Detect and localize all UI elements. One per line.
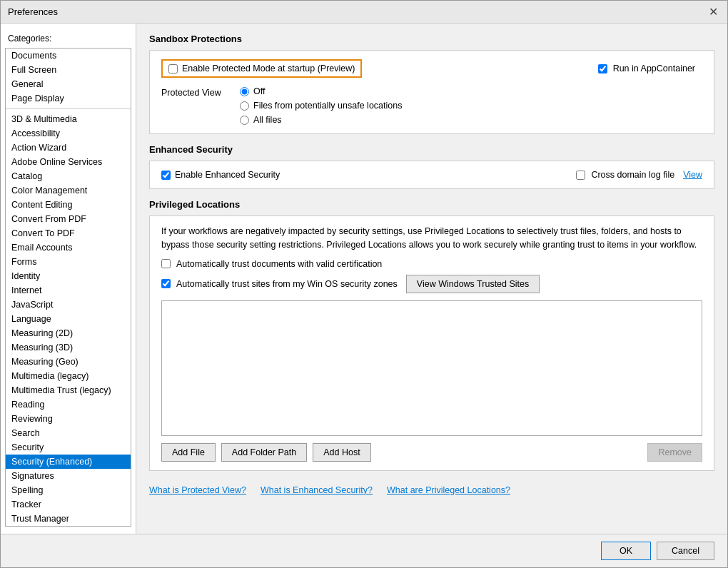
privileged-locations-textarea[interactable] xyxy=(161,300,702,436)
protected-view-row: Protected View Off Files from potentiall… xyxy=(161,86,702,125)
auto-trust-cert-label: Automatically trust documents with valid… xyxy=(176,259,382,269)
enable-protected-mode-label: Enable Protected Mode at startup (Previe… xyxy=(182,64,355,73)
title-bar: Preferences ✕ xyxy=(1,1,727,24)
sidebar-item-action-wizard[interactable]: Action Wizard xyxy=(6,141,131,155)
sidebar-item-signatures[interactable]: Signatures xyxy=(6,469,131,483)
dialog-title: Preferences xyxy=(8,6,58,17)
main-content: Sandbox Protections Enable Protected Mod… xyxy=(136,24,727,534)
preferences-dialog: Preferences ✕ Categories: Documents Full… xyxy=(0,0,728,568)
privileged-locations-section: Privileged Locations If your workflows a… xyxy=(149,199,714,471)
sidebar-item-measuring-2d[interactable]: Measuring (2D) xyxy=(6,326,131,340)
sidebar-item-3d[interactable]: 3D & Multimedia xyxy=(6,112,131,126)
sidebar-item-convert-from-pdf[interactable]: Convert From PDF xyxy=(6,212,131,226)
sidebar-item-adobe-online[interactable]: Adobe Online Services xyxy=(6,155,131,169)
radio-off-input[interactable] xyxy=(240,87,249,96)
enable-protected-mode-highlight: Enable Protected Mode at startup (Previe… xyxy=(161,59,362,78)
cross-domain-label: Cross domain log file xyxy=(591,170,674,180)
protected-view-label: Protected View xyxy=(161,86,240,98)
add-file-btn[interactable]: Add File xyxy=(161,443,216,462)
sidebar: Categories: Documents Full Screen Genera… xyxy=(1,24,136,534)
sidebar-list[interactable]: Documents Full Screen General Page Displ… xyxy=(5,48,131,527)
enhanced-security-box: Enable Enhanced Security Cross domain lo… xyxy=(149,161,714,189)
sidebar-item-security-enhanced[interactable]: Security (Enhanced) xyxy=(6,455,131,469)
sidebar-item-search[interactable]: Search xyxy=(6,426,131,440)
sidebar-item-identity[interactable]: Identity xyxy=(6,269,131,283)
view-trusted-sites-btn[interactable]: View Windows Trusted Sites xyxy=(406,275,540,293)
sidebar-item-multimedia-legacy[interactable]: Multimedia (legacy) xyxy=(6,369,131,383)
sidebar-item-fullscreen[interactable]: Full Screen xyxy=(6,63,131,77)
sidebar-item-catalog[interactable]: Catalog xyxy=(6,169,131,183)
auto-trust-sites-label: Automatically trust sites from my Win OS… xyxy=(176,279,398,289)
sidebar-item-trust-manager[interactable]: Trust Manager xyxy=(6,512,131,526)
sidebar-item-content-editing[interactable]: Content Editing xyxy=(6,198,131,212)
enhanced-security-title: Enhanced Security xyxy=(149,144,714,155)
auto-trust-sites-checkbox[interactable] xyxy=(161,279,171,288)
sidebar-item-email-accounts[interactable]: Email Accounts xyxy=(6,240,131,255)
sidebar-item-multimedia-trust[interactable]: Multimedia Trust (legacy) xyxy=(6,383,131,397)
auto-trust-cert-checkbox[interactable] xyxy=(161,259,171,268)
protected-view-options: Off Files from potentially unsafe locati… xyxy=(240,86,402,125)
sidebar-item-security[interactable]: Security xyxy=(6,440,131,455)
view-link[interactable]: View xyxy=(683,170,702,180)
run-in-appcontainer-label: Run in AppContainer xyxy=(613,64,695,73)
run-in-appcontainer-checkbox[interactable] xyxy=(598,64,607,73)
enhanced-security-row: Enable Enhanced Security Cross domain lo… xyxy=(161,170,702,180)
enhanced-security-link[interactable]: What is Enhanced Security? xyxy=(261,485,373,495)
radio-all-label: All files xyxy=(253,115,282,125)
enhanced-security-section: Enhanced Security Enable Enhanced Securi… xyxy=(149,144,714,189)
bottom-links: What is Protected View? What is Enhanced… xyxy=(149,481,714,497)
ok-button[interactable]: OK xyxy=(601,542,651,560)
remove-btn[interactable]: Remove xyxy=(647,443,702,462)
enable-enhanced-security-label: Enable Enhanced Security xyxy=(175,170,280,180)
sidebar-item-javascript[interactable]: JavaScript xyxy=(6,298,131,312)
sidebar-divider xyxy=(6,108,131,109)
privileged-locations-box: If your workflows are negatively impacte… xyxy=(149,215,714,471)
privileged-locations-link[interactable]: What are Privileged Locations? xyxy=(387,485,510,495)
sidebar-item-pagedisplay[interactable]: Page Display xyxy=(6,91,131,106)
radio-off-label: Off xyxy=(253,86,265,96)
enhanced-security-right: Cross domain log file View xyxy=(576,170,702,180)
auto-trust-sites-check-row: Automatically trust sites from my Win OS… xyxy=(161,279,398,289)
radio-unsafe: Files from potentially unsafe locations xyxy=(240,101,402,111)
sidebar-item-measuring-geo[interactable]: Measuring (Geo) xyxy=(6,355,131,369)
sidebar-item-accessibility[interactable]: Accessibility xyxy=(6,126,131,141)
run-in-appcontainer-row: Run in AppContainer xyxy=(598,64,695,73)
add-folder-btn[interactable]: Add Folder Path xyxy=(221,443,307,462)
categories-label: Categories: xyxy=(1,31,136,48)
radio-unsafe-input[interactable] xyxy=(240,101,249,111)
sidebar-item-language[interactable]: Language xyxy=(6,312,131,326)
sandbox-section: Sandbox Protections Enable Protected Mod… xyxy=(149,34,714,134)
sidebar-item-measuring-3d[interactable]: Measuring (3D) xyxy=(6,340,131,355)
enable-protected-mode-checkbox[interactable] xyxy=(168,64,178,73)
sandbox-title: Sandbox Protections xyxy=(149,34,714,44)
auto-trust-cert-row: Automatically trust documents with valid… xyxy=(161,259,702,269)
sidebar-item-internet[interactable]: Internet xyxy=(6,283,131,298)
cancel-button[interactable]: Cancel xyxy=(657,542,714,560)
enable-enhanced-security-checkbox[interactable] xyxy=(161,171,171,180)
sidebar-item-forms[interactable]: Forms xyxy=(6,255,131,269)
close-button[interactable]: ✕ xyxy=(706,5,720,19)
protected-view-link[interactable]: What is Protected View? xyxy=(149,485,246,495)
sidebar-item-units-guides[interactable]: Units & Guides xyxy=(6,526,131,527)
radio-unsafe-label: Files from potentially unsafe locations xyxy=(253,101,402,111)
radio-all-input[interactable] xyxy=(240,116,249,125)
sandbox-box: Enable Protected Mode at startup (Previe… xyxy=(149,50,714,134)
cross-domain-checkbox[interactable] xyxy=(576,171,585,180)
sidebar-item-documents[interactable]: Documents xyxy=(6,49,131,63)
file-buttons-row: Add File Add Folder Path Add Host Remove xyxy=(161,443,702,462)
trusted-sites-row: Automatically trust sites from my Win OS… xyxy=(161,275,702,293)
add-host-btn[interactable]: Add Host xyxy=(313,443,370,462)
dialog-footer: OK Cancel xyxy=(1,534,727,567)
sidebar-item-reviewing[interactable]: Reviewing xyxy=(6,412,131,426)
sidebar-item-tracker[interactable]: Tracker xyxy=(6,497,131,512)
sidebar-item-convert-to-pdf[interactable]: Convert To PDF xyxy=(6,226,131,240)
sidebar-item-general[interactable]: General xyxy=(6,77,131,91)
radio-off: Off xyxy=(240,86,402,96)
sidebar-item-reading[interactable]: Reading xyxy=(6,397,131,412)
priv-loc-description: If your workflows are negatively impacte… xyxy=(161,225,702,252)
enhanced-security-left: Enable Enhanced Security xyxy=(161,170,280,180)
privileged-locations-title: Privileged Locations xyxy=(149,199,714,210)
sidebar-item-spelling[interactable]: Spelling xyxy=(6,483,131,497)
sidebar-item-color-management[interactable]: Color Management xyxy=(6,183,131,198)
cross-domain-row: Cross domain log file xyxy=(576,170,674,180)
